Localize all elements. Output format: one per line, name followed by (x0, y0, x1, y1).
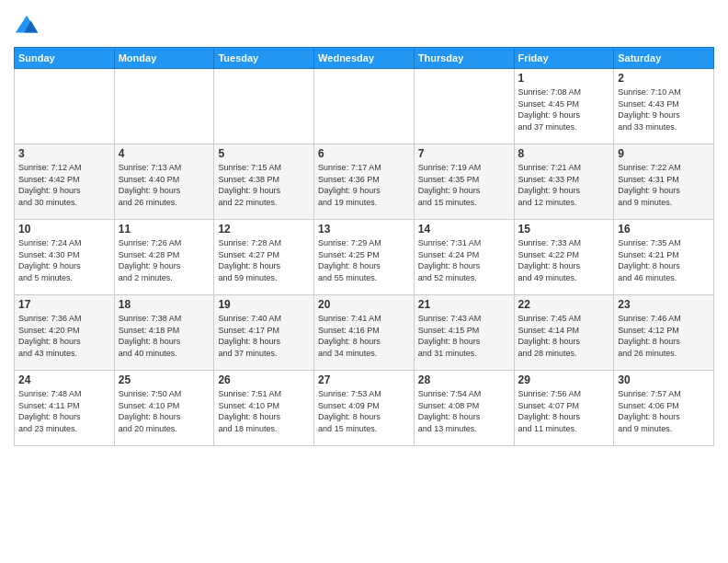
day-number: 15 (518, 223, 610, 236)
weekday-header-wednesday: Wednesday (314, 48, 415, 69)
day-info: Sunrise: 7:51 AM Sunset: 4:10 PM Dayligh… (218, 388, 310, 434)
day-info: Sunrise: 7:35 AM Sunset: 4:21 PM Dayligh… (618, 237, 710, 283)
day-info: Sunrise: 7:54 AM Sunset: 4:08 PM Dayligh… (418, 388, 510, 434)
calendar-row-0: 1Sunrise: 7:08 AM Sunset: 4:45 PM Daylig… (15, 69, 714, 144)
calendar-cell: 23Sunrise: 7:46 AM Sunset: 4:12 PM Dayli… (614, 295, 714, 371)
day-info: Sunrise: 7:40 AM Sunset: 4:17 PM Dayligh… (218, 313, 310, 359)
weekday-header-sunday: Sunday (15, 48, 115, 69)
calendar-cell: 11Sunrise: 7:26 AM Sunset: 4:28 PM Dayli… (114, 220, 214, 295)
day-info: Sunrise: 7:46 AM Sunset: 4:12 PM Dayligh… (618, 313, 710, 359)
calendar-cell: 8Sunrise: 7:21 AM Sunset: 4:33 PM Daylig… (514, 144, 614, 220)
calendar-cell: 9Sunrise: 7:22 AM Sunset: 4:31 PM Daylig… (614, 144, 714, 220)
calendar-cell: 19Sunrise: 7:40 AM Sunset: 4:17 PM Dayli… (214, 295, 314, 371)
day-number: 6 (318, 147, 410, 160)
calendar-cell: 28Sunrise: 7:54 AM Sunset: 4:08 PM Dayli… (414, 371, 514, 446)
day-info: Sunrise: 7:53 AM Sunset: 4:09 PM Dayligh… (318, 388, 410, 434)
calendar-cell: 17Sunrise: 7:36 AM Sunset: 4:20 PM Dayli… (15, 295, 115, 371)
day-info: Sunrise: 7:15 AM Sunset: 4:38 PM Dayligh… (218, 162, 310, 208)
calendar-cell: 10Sunrise: 7:24 AM Sunset: 4:30 PM Dayli… (15, 220, 115, 295)
day-info: Sunrise: 7:38 AM Sunset: 4:18 PM Dayligh… (119, 313, 210, 359)
day-number: 22 (518, 298, 610, 311)
calendar-cell: 3Sunrise: 7:12 AM Sunset: 4:42 PM Daylig… (15, 144, 115, 220)
day-number: 7 (418, 147, 510, 160)
day-info: Sunrise: 7:57 AM Sunset: 4:06 PM Dayligh… (618, 388, 710, 434)
calendar-cell: 16Sunrise: 7:35 AM Sunset: 4:21 PM Dayli… (614, 220, 714, 295)
day-info: Sunrise: 7:56 AM Sunset: 4:07 PM Dayligh… (518, 388, 610, 434)
weekday-header-saturday: Saturday (614, 48, 714, 69)
day-info: Sunrise: 7:45 AM Sunset: 4:14 PM Dayligh… (518, 313, 610, 359)
calendar-cell: 5Sunrise: 7:15 AM Sunset: 4:38 PM Daylig… (214, 144, 314, 220)
day-info: Sunrise: 7:29 AM Sunset: 4:25 PM Dayligh… (318, 237, 410, 283)
day-number: 20 (318, 298, 410, 311)
day-number: 24 (18, 373, 110, 386)
weekday-header-monday: Monday (114, 48, 214, 69)
day-info: Sunrise: 7:12 AM Sunset: 4:42 PM Dayligh… (18, 162, 110, 208)
day-number: 16 (618, 223, 710, 236)
calendar-cell (314, 69, 415, 144)
day-info: Sunrise: 7:21 AM Sunset: 4:33 PM Dayligh… (518, 162, 610, 208)
calendar-row-1: 3Sunrise: 7:12 AM Sunset: 4:42 PM Daylig… (15, 144, 714, 220)
day-number: 2 (618, 72, 710, 85)
calendar-table: SundayMondayTuesdayWednesdayThursdayFrid… (14, 47, 714, 446)
day-info: Sunrise: 7:36 AM Sunset: 4:20 PM Dayligh… (18, 313, 110, 359)
calendar-cell: 14Sunrise: 7:31 AM Sunset: 4:24 PM Dayli… (414, 220, 514, 295)
calendar-cell: 4Sunrise: 7:13 AM Sunset: 4:40 PM Daylig… (114, 144, 214, 220)
calendar-cell (15, 69, 115, 144)
day-number: 17 (18, 298, 110, 311)
weekday-header-thursday: Thursday (414, 48, 514, 69)
day-number: 14 (418, 223, 510, 236)
calendar-cell: 2Sunrise: 7:10 AM Sunset: 4:43 PM Daylig… (614, 69, 714, 144)
day-number: 29 (518, 373, 610, 386)
day-info: Sunrise: 7:22 AM Sunset: 4:31 PM Dayligh… (618, 162, 710, 208)
day-info: Sunrise: 7:13 AM Sunset: 4:40 PM Dayligh… (119, 162, 210, 208)
day-info: Sunrise: 7:17 AM Sunset: 4:36 PM Dayligh… (318, 162, 410, 208)
day-info: Sunrise: 7:31 AM Sunset: 4:24 PM Dayligh… (418, 237, 510, 283)
calendar-cell (414, 69, 514, 144)
header (14, 9, 714, 40)
calendar-cell: 21Sunrise: 7:43 AM Sunset: 4:15 PM Dayli… (414, 295, 514, 371)
day-info: Sunrise: 7:19 AM Sunset: 4:35 PM Dayligh… (418, 162, 510, 208)
logo (14, 14, 43, 40)
day-info: Sunrise: 7:50 AM Sunset: 4:10 PM Dayligh… (119, 388, 210, 434)
calendar-cell: 30Sunrise: 7:57 AM Sunset: 4:06 PM Dayli… (614, 371, 714, 446)
calendar-cell: 27Sunrise: 7:53 AM Sunset: 4:09 PM Dayli… (314, 371, 415, 446)
day-number: 5 (218, 147, 310, 160)
calendar-cell: 20Sunrise: 7:41 AM Sunset: 4:16 PM Dayli… (314, 295, 415, 371)
day-info: Sunrise: 7:24 AM Sunset: 4:30 PM Dayligh… (18, 237, 110, 283)
day-number: 30 (618, 373, 710, 386)
calendar-row-3: 17Sunrise: 7:36 AM Sunset: 4:20 PM Dayli… (15, 295, 714, 371)
day-info: Sunrise: 7:41 AM Sunset: 4:16 PM Dayligh… (318, 313, 410, 359)
day-number: 19 (218, 298, 310, 311)
calendar-cell: 29Sunrise: 7:56 AM Sunset: 4:07 PM Dayli… (514, 371, 614, 446)
day-info: Sunrise: 7:08 AM Sunset: 4:45 PM Dayligh… (518, 86, 610, 132)
day-number: 4 (119, 147, 210, 160)
calendar-cell: 15Sunrise: 7:33 AM Sunset: 4:22 PM Dayli… (514, 220, 614, 295)
calendar-cell: 24Sunrise: 7:48 AM Sunset: 4:11 PM Dayli… (15, 371, 115, 446)
day-info: Sunrise: 7:28 AM Sunset: 4:27 PM Dayligh… (218, 237, 310, 283)
day-number: 27 (318, 373, 410, 386)
day-number: 11 (119, 223, 210, 236)
calendar-cell (214, 69, 314, 144)
calendar-cell: 18Sunrise: 7:38 AM Sunset: 4:18 PM Dayli… (114, 295, 214, 371)
day-number: 8 (518, 147, 610, 160)
day-info: Sunrise: 7:48 AM Sunset: 4:11 PM Dayligh… (18, 388, 110, 434)
calendar-row-4: 24Sunrise: 7:48 AM Sunset: 4:11 PM Dayli… (15, 371, 714, 446)
day-number: 26 (218, 373, 310, 386)
day-info: Sunrise: 7:10 AM Sunset: 4:43 PM Dayligh… (618, 86, 710, 132)
weekday-header-tuesday: Tuesday (214, 48, 314, 69)
calendar-cell: 22Sunrise: 7:45 AM Sunset: 4:14 PM Dayli… (514, 295, 614, 371)
day-number: 9 (618, 147, 710, 160)
calendar-cell (114, 69, 214, 144)
calendar-cell: 25Sunrise: 7:50 AM Sunset: 4:10 PM Dayli… (114, 371, 214, 446)
day-number: 25 (119, 373, 210, 386)
day-number: 12 (218, 223, 310, 236)
day-number: 3 (18, 147, 110, 160)
day-number: 1 (518, 72, 610, 85)
day-number: 18 (119, 298, 210, 311)
page: SundayMondayTuesdayWednesdayThursdayFrid… (0, 0, 728, 563)
calendar-row-2: 10Sunrise: 7:24 AM Sunset: 4:30 PM Dayli… (15, 220, 714, 295)
day-info: Sunrise: 7:26 AM Sunset: 4:28 PM Dayligh… (119, 237, 210, 283)
weekday-header-friday: Friday (514, 48, 614, 69)
calendar-cell: 13Sunrise: 7:29 AM Sunset: 4:25 PM Dayli… (314, 220, 415, 295)
logo-icon (14, 14, 40, 40)
